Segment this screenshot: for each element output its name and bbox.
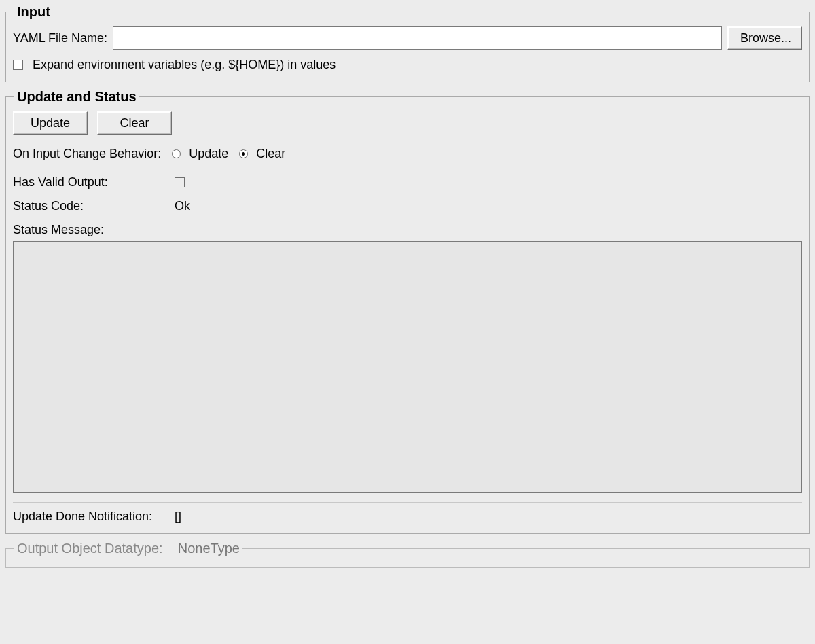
radio-clear-label: Clear — [256, 147, 285, 161]
status-code-label: Status Code: — [13, 199, 169, 213]
input-group: Input YAML File Name: Browse... Expand e… — [5, 4, 810, 82]
radio-update-label: Update — [189, 147, 228, 161]
expand-env-checkbox[interactable] — [13, 60, 23, 70]
radio-clear[interactable] — [239, 149, 248, 158]
browse-button[interactable]: Browse... — [727, 26, 802, 50]
radio-update[interactable] — [172, 149, 181, 158]
update-done-value: [] — [175, 509, 181, 524]
status-message-box[interactable] — [13, 241, 802, 493]
input-legend: Input — [14, 4, 53, 20]
status-message-label: Status Message: — [13, 223, 104, 236]
output-datatype-value: NoneType — [178, 541, 240, 556]
update-button[interactable]: Update — [13, 111, 88, 135]
on-change-label: On Input Change Behavior: — [13, 147, 161, 161]
clear-button[interactable]: Clear — [97, 111, 172, 135]
output-datatype-legend: Output Object Datatype: NoneType — [14, 541, 242, 556]
has-valid-output-checkbox — [175, 177, 185, 187]
yaml-file-label: YAML File Name: — [13, 31, 107, 46]
output-datatype-label: Output Object Datatype: — [17, 541, 163, 556]
has-valid-output-label: Has Valid Output: — [13, 175, 169, 190]
update-status-legend: Update and Status — [14, 89, 139, 105]
expand-env-label: Expand environment variables (e.g. ${HOM… — [33, 58, 336, 72]
update-status-group: Update and Status Update Clear On Input … — [5, 89, 810, 534]
update-done-label: Update Done Notification: — [13, 509, 169, 524]
yaml-file-input[interactable] — [113, 26, 722, 50]
output-datatype-group: Output Object Datatype: NoneType — [5, 541, 810, 568]
status-code-value: Ok — [175, 199, 190, 213]
